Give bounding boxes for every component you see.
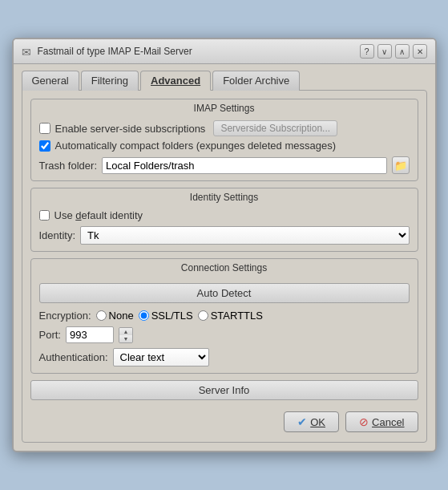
cancel-icon: ⊘ bbox=[359, 415, 369, 428]
authentication-row: Authentication: Clear text Plain Login G… bbox=[39, 348, 410, 366]
ok-button[interactable]: ✔ OK bbox=[284, 411, 339, 432]
title-bar: ✉ Fastmail of type IMAP E-Mail Server ? … bbox=[14, 39, 435, 64]
use-default-identity-label: Use default identity bbox=[54, 209, 143, 221]
title-bar-left: ✉ Fastmail of type IMAP E-Mail Server bbox=[22, 46, 192, 57]
encryption-ssltls-label: SSL/TLS bbox=[151, 310, 193, 322]
encryption-none-option[interactable]: None bbox=[96, 310, 134, 322]
trash-folder-row: Trash folder: 📁 bbox=[39, 156, 410, 174]
imap-settings-content: Enable server-side subscriptions Servers… bbox=[31, 117, 418, 180]
trash-folder-input[interactable] bbox=[102, 157, 387, 174]
encryption-ssltls-radio[interactable] bbox=[139, 310, 149, 321]
tab-general[interactable]: General bbox=[22, 71, 79, 91]
encryption-none-radio[interactable] bbox=[96, 310, 107, 321]
help-button[interactable]: ? bbox=[360, 44, 374, 59]
identity-dropdown[interactable]: Tk Default Fastmail bbox=[80, 226, 409, 245]
port-decrement-button[interactable]: ▼ bbox=[119, 335, 132, 342]
encryption-starttls-radio[interactable] bbox=[198, 310, 208, 321]
identity-settings-title: Identity Settings bbox=[31, 188, 418, 206]
use-default-identity-row: Use default identity bbox=[39, 209, 410, 221]
port-row: Port: ▲ ▼ bbox=[39, 326, 410, 343]
tab-folder-archive[interactable]: Folder Archive bbox=[212, 71, 300, 91]
encryption-starttls-label: STARTTLS bbox=[211, 310, 263, 322]
port-input[interactable] bbox=[66, 326, 114, 343]
minimize-button[interactable]: ∨ bbox=[377, 44, 392, 59]
use-default-identity-checkbox[interactable] bbox=[39, 210, 50, 221]
port-increment-button[interactable]: ▲ bbox=[119, 328, 132, 335]
enable-subscriptions-label: Enable server-side subscriptions bbox=[55, 123, 206, 135]
auto-detect-button[interactable]: Auto Detect bbox=[39, 283, 410, 303]
auto-compact-row: Automatically compact folders (expunges … bbox=[39, 140, 410, 152]
tab-panel: IMAP Settings Enable server-side subscri… bbox=[22, 90, 427, 443]
serverside-subscription-button[interactable]: Serverside Subscription... bbox=[213, 120, 337, 136]
authentication-dropdown[interactable]: Clear text Plain Login GSSAPI NTLM bbox=[113, 348, 209, 366]
encryption-ssltls-option[interactable]: SSL/TLS bbox=[139, 310, 193, 322]
cancel-button[interactable]: ⊘ Cancel bbox=[345, 411, 418, 432]
authentication-label: Authentication: bbox=[39, 351, 108, 363]
trash-folder-label: Trash folder: bbox=[39, 160, 98, 172]
connection-settings-group: Connection Settings Auto Detect Encrypti… bbox=[30, 258, 418, 374]
connection-settings-content: Auto Detect Encryption: None SSL/TLS bbox=[31, 277, 418, 373]
connection-settings-title: Connection Settings bbox=[31, 259, 418, 277]
content-area: General Filtering Advanced Folder Archiv… bbox=[14, 64, 435, 451]
ok-label: OK bbox=[310, 416, 325, 428]
ok-icon: ✔ bbox=[297, 415, 307, 428]
tab-filtering[interactable]: Filtering bbox=[81, 71, 139, 91]
server-info-button[interactable]: Server Info bbox=[30, 380, 418, 400]
tab-bar: General Filtering Advanced Folder Archiv… bbox=[22, 71, 427, 91]
encryption-none-label: None bbox=[109, 310, 134, 322]
imap-settings-title: IMAP Settings bbox=[31, 99, 418, 117]
port-label: Port: bbox=[39, 329, 61, 341]
main-window: ✉ Fastmail of type IMAP E-Mail Server ? … bbox=[12, 38, 437, 452]
trash-folder-browse-button[interactable]: 📁 bbox=[392, 156, 410, 174]
identity-settings-content: Use default identity Identity: Tk Defaul… bbox=[31, 206, 418, 251]
encryption-starttls-option[interactable]: STARTTLS bbox=[198, 310, 263, 322]
tab-advanced[interactable]: Advanced bbox=[140, 71, 211, 91]
identity-select-row: Identity: Tk Default Fastmail bbox=[39, 226, 410, 245]
imap-settings-group: IMAP Settings Enable server-side subscri… bbox=[30, 99, 418, 181]
encryption-row: Encryption: None SSL/TLS bbox=[39, 310, 410, 322]
maximize-button[interactable]: ∧ bbox=[395, 44, 410, 59]
close-button[interactable]: ✕ bbox=[413, 44, 427, 59]
identity-settings-group: Identity Settings Use default identity I… bbox=[30, 188, 418, 252]
enable-subscriptions-row: Enable server-side subscriptions Servers… bbox=[39, 120, 410, 136]
port-spinner: ▲ ▼ bbox=[119, 327, 133, 343]
bottom-button-row: ✔ OK ⊘ Cancel bbox=[30, 408, 418, 434]
identity-label: Identity: bbox=[39, 229, 76, 241]
window-icon: ✉ bbox=[22, 46, 33, 57]
enable-subscriptions-checkbox[interactable] bbox=[39, 123, 50, 134]
title-bar-controls: ? ∨ ∧ ✕ bbox=[360, 44, 427, 59]
encryption-label: Encryption: bbox=[39, 310, 91, 322]
auto-compact-checkbox[interactable] bbox=[39, 140, 50, 152]
cancel-label: Cancel bbox=[372, 416, 404, 428]
window-title: Fastmail of type IMAP E-Mail Server bbox=[38, 46, 192, 57]
auto-compact-label: Automatically compact folders (expunges … bbox=[55, 140, 336, 152]
encryption-radio-group: None SSL/TLS STARTTLS bbox=[96, 310, 263, 322]
